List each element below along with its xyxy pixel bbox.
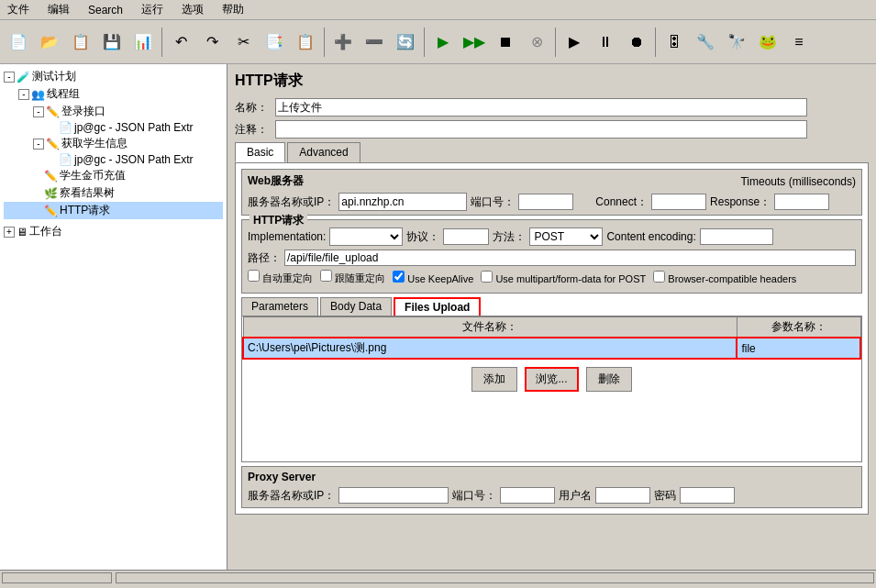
group-icon: 👥 bbox=[31, 88, 45, 101]
charge-icon: ✏️ bbox=[44, 170, 58, 183]
inner-tab-parameters[interactable]: Parameters bbox=[241, 297, 318, 316]
delete-file-button[interactable]: 删除 bbox=[586, 367, 632, 392]
tree-item-login[interactable]: - ✏️ 登录接口 bbox=[4, 103, 223, 120]
redo-button[interactable]: ↷ bbox=[197, 26, 227, 59]
stop-all-button[interactable]: ⏹ bbox=[491, 26, 520, 59]
server-input[interactable] bbox=[338, 193, 467, 211]
keepalive-checkbox[interactable] bbox=[393, 271, 405, 283]
export-button[interactable]: 📊 bbox=[128, 26, 158, 59]
table-row[interactable]: C:\Users\pei\Pictures\测.png file bbox=[243, 338, 860, 359]
method-label: 方法： bbox=[493, 229, 526, 245]
server-row: 服务器名称或IP： 端口号： Connect： Response： bbox=[248, 193, 856, 211]
function2-button[interactable]: 🔧 bbox=[691, 26, 720, 59]
menu-search[interactable]: Search bbox=[84, 3, 127, 17]
path-input[interactable] bbox=[284, 250, 856, 266]
paste-button[interactable]: 📋 bbox=[291, 26, 320, 59]
function3-button[interactable]: 🐸 bbox=[753, 26, 782, 59]
connect-input[interactable] bbox=[651, 194, 706, 210]
search-button[interactable]: 🔭 bbox=[722, 26, 751, 59]
add-button[interactable]: ➕ bbox=[328, 26, 358, 59]
encoding-input[interactable] bbox=[700, 228, 773, 245]
checkbox-browser-headers[interactable]: Browser-compatible headers bbox=[653, 271, 796, 284]
auto-redirect-checkbox[interactable] bbox=[248, 270, 260, 282]
save-button[interactable]: 💾 bbox=[97, 26, 127, 59]
inner-tab-files-upload[interactable]: Files Upload bbox=[394, 297, 481, 316]
tree-item-login-json[interactable]: 📄 jp@gc - JSON Path Extr bbox=[4, 120, 223, 135]
remove-button[interactable]: ➖ bbox=[360, 26, 389, 59]
port-input[interactable] bbox=[518, 194, 573, 210]
remote-stop-button[interactable]: ⏸ bbox=[591, 26, 620, 59]
form-title: HTTP请求 bbox=[235, 72, 869, 91]
checkbox-keepalive[interactable]: Use KeepAlive bbox=[393, 271, 473, 284]
scroll-left-panel[interactable] bbox=[2, 572, 112, 583]
proxy-server-input[interactable] bbox=[338, 487, 449, 504]
proxy-username-label: 用户名 bbox=[559, 488, 592, 504]
browse-button[interactable]: 浏览... bbox=[525, 367, 578, 392]
tree-item-http[interactable]: ✏️ HTTP请求 bbox=[4, 202, 223, 219]
run-button[interactable]: ▶ bbox=[428, 26, 458, 59]
files-upload-table: 文件名称： 参数名称： C:\Users\pei\Pictures\测.png … bbox=[242, 316, 861, 360]
proxy-password-input[interactable] bbox=[680, 487, 735, 504]
http-icon: ✏️ bbox=[44, 205, 58, 217]
checkbox-follow-redirect[interactable]: 跟随重定向 bbox=[320, 270, 385, 285]
http-request-section: HTTP请求 Implementation: 协议： 方法： POST Cont… bbox=[241, 219, 862, 294]
proxy-username-input[interactable] bbox=[595, 487, 650, 504]
scroll-right-panel[interactable] bbox=[116, 572, 874, 583]
clear-button[interactable]: 🔄 bbox=[391, 26, 420, 59]
impl-select[interactable] bbox=[329, 227, 403, 246]
save-template-button[interactable]: 📋 bbox=[66, 26, 95, 59]
remote-stop-all-button[interactable]: ⏺ bbox=[622, 26, 651, 59]
tab-basic[interactable]: Basic bbox=[235, 142, 285, 162]
tab-advanced[interactable]: Advanced bbox=[287, 142, 360, 162]
checkbox-auto-redirect[interactable]: 自动重定向 bbox=[248, 270, 313, 285]
protocol-input[interactable] bbox=[443, 228, 489, 245]
tree-item-group[interactable]: - 👥 线程组 bbox=[4, 85, 223, 103]
result-icon: 🌿 bbox=[44, 187, 58, 200]
undo-button[interactable]: ↶ bbox=[166, 26, 195, 59]
comment-input[interactable] bbox=[275, 120, 807, 139]
tree-item-result[interactable]: 🌿 察看结果树 bbox=[4, 184, 223, 202]
horizontal-scrollbar[interactable] bbox=[0, 570, 876, 584]
function1-button[interactable]: 🎛 bbox=[660, 26, 689, 59]
encoding-label: Content encoding: bbox=[606, 230, 695, 243]
web-server-title: Web服务器 bbox=[248, 173, 304, 189]
name-input[interactable] bbox=[275, 98, 807, 116]
workbench-label: 工作台 bbox=[29, 224, 62, 239]
expand-login[interactable]: - bbox=[33, 106, 44, 117]
cut-button[interactable]: ✂ bbox=[228, 26, 258, 59]
remote-start-button[interactable]: ▶ bbox=[560, 26, 589, 59]
menu-edit[interactable]: 编辑 bbox=[44, 1, 73, 18]
login-json-label: jp@gc - JSON Path Extr bbox=[74, 121, 194, 134]
menu-help[interactable]: 帮助 bbox=[218, 1, 248, 18]
checkbox-multipart[interactable]: Use multipart/form-data for POST bbox=[481, 271, 646, 284]
http-label: HTTP请求 bbox=[60, 203, 110, 218]
follow-redirect-checkbox[interactable] bbox=[320, 270, 332, 282]
menu-run[interactable]: 运行 bbox=[138, 1, 167, 18]
inner-tab-body-data[interactable]: Body Data bbox=[320, 297, 392, 316]
more-button[interactable]: ≡ bbox=[784, 26, 814, 59]
tree-item-student[interactable]: - ✏️ 获取学生信息 bbox=[4, 135, 223, 152]
action-buttons-row: 添加 浏览... 删除 bbox=[242, 360, 861, 399]
tree-item-workbench[interactable]: + 🖥 工作台 bbox=[4, 223, 223, 240]
menu-file[interactable]: 文件 bbox=[4, 1, 33, 18]
browser-headers-checkbox[interactable] bbox=[653, 271, 665, 283]
expand-plan[interactable]: - bbox=[4, 72, 15, 83]
tree-item-plan[interactable]: - 🧪 测试计划 bbox=[4, 68, 223, 85]
expand-workbench[interactable]: + bbox=[4, 227, 15, 238]
expand-group[interactable]: - bbox=[18, 89, 29, 100]
tree-item-charge[interactable]: ✏️ 学生金币充值 bbox=[4, 167, 223, 184]
add-file-button[interactable]: 添加 bbox=[471, 367, 517, 392]
path-row: 路径： bbox=[248, 250, 856, 266]
multipart-checkbox[interactable] bbox=[481, 271, 493, 283]
tree-item-student-json[interactable]: 📄 jp@gc - JSON Path Extr bbox=[4, 152, 223, 167]
run-no-pause-button[interactable]: ▶▶ bbox=[460, 26, 489, 59]
response-input[interactable] bbox=[774, 194, 829, 210]
new-button[interactable]: 📄 bbox=[4, 26, 33, 59]
proxy-port-input[interactable] bbox=[500, 487, 555, 504]
open-button[interactable]: 📂 bbox=[35, 26, 64, 59]
menu-options[interactable]: 选项 bbox=[178, 1, 207, 18]
copy-button[interactable]: 📑 bbox=[260, 26, 289, 59]
method-select[interactable]: POST bbox=[529, 227, 603, 246]
expand-student[interactable]: - bbox=[33, 139, 44, 150]
stop-button[interactable]: ⊗ bbox=[522, 26, 551, 59]
